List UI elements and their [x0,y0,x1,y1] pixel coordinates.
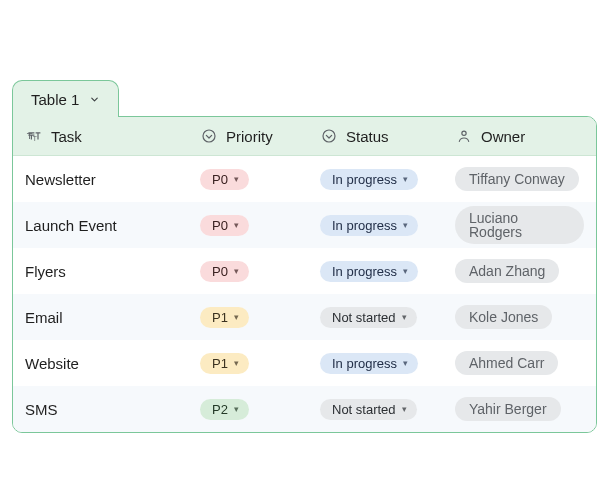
cell-priority: P0▾ [188,169,308,190]
task-text: Newsletter [25,171,96,188]
person-icon [455,127,473,145]
caret-down-icon: ▾ [234,405,243,414]
table-row[interactable]: EmailP1▾Not started▾Kole Jones [13,294,596,340]
cell-task[interactable]: Flyers [13,263,188,280]
cell-task[interactable]: Launch Event [13,217,188,234]
caret-down-icon: ▾ [234,359,243,368]
cell-status: In progress▾ [308,169,443,190]
task-text: SMS [25,401,58,418]
cell-owner: Luciano Rodgers [443,206,596,244]
svg-point-3 [323,130,335,142]
status-pill[interactable]: Not started▾ [320,307,417,328]
priority-pill[interactable]: P0▾ [200,261,249,282]
caret-down-icon: ▾ [403,175,412,184]
cell-priority: P2▾ [188,399,308,420]
caret-down-icon: ▾ [234,175,243,184]
cell-owner: Yahir Berger [443,397,596,421]
table-row[interactable]: NewsletterP0▾In progress▾Tiffany Conway [13,156,596,202]
table-row[interactable]: SMSP2▾Not started▾Yahir Berger [13,386,596,432]
status-pill-label: Not started [332,311,396,324]
priority-pill-label: P0 [212,173,228,186]
dropdown-circle-icon [200,127,218,145]
status-pill[interactable]: Not started▾ [320,399,417,420]
cell-priority: P0▾ [188,215,308,236]
status-pill-label: In progress [332,357,397,370]
cell-priority: P1▾ [188,307,308,328]
priority-pill-label: P2 [212,403,228,416]
table-row[interactable]: WebsiteP1▾In progress▾Ahmed Carr [13,340,596,386]
svg-text:T: T [27,131,33,141]
caret-down-icon: ▾ [402,313,411,322]
table-row[interactable]: Launch EventP0▾In progress▾Luciano Rodge… [13,202,596,248]
status-pill[interactable]: In progress▾ [320,353,418,374]
column-header-priority-label: Priority [226,128,273,145]
owner-chip[interactable]: Yahir Berger [455,397,561,421]
status-pill-label: In progress [332,219,397,232]
column-header-owner-label: Owner [481,128,525,145]
svg-point-2 [203,130,215,142]
caret-down-icon: ▾ [234,313,243,322]
priority-pill[interactable]: P2▾ [200,399,249,420]
dropdown-circle-icon [320,127,338,145]
table-row[interactable]: FlyersP0▾In progress▾Adan Zhang [13,248,596,294]
status-pill-label: Not started [332,403,396,416]
priority-pill-label: P0 [212,265,228,278]
column-header-task[interactable]: TT Task [13,117,188,155]
cell-status: Not started▾ [308,399,443,420]
svg-text:T: T [33,135,37,142]
task-text: Email [25,309,63,326]
cell-owner: Ahmed Carr [443,351,596,375]
cell-status: Not started▾ [308,307,443,328]
column-header-task-label: Task [51,128,82,145]
table-tab-label: Table 1 [31,91,79,108]
task-text: Launch Event [25,217,117,234]
cell-task[interactable]: SMS [13,401,188,418]
cell-owner: Adan Zhang [443,259,596,283]
priority-pill[interactable]: P1▾ [200,353,249,374]
table-tab[interactable]: Table 1 [12,80,119,117]
owner-chip[interactable]: Adan Zhang [455,259,559,283]
cell-task[interactable]: Email [13,309,188,326]
owner-chip[interactable]: Ahmed Carr [455,351,558,375]
column-header-owner[interactable]: Owner [443,117,596,155]
cell-task[interactable]: Newsletter [13,171,188,188]
priority-pill[interactable]: P0▾ [200,215,249,236]
status-pill-label: In progress [332,173,397,186]
caret-down-icon: ▾ [403,221,412,230]
cell-owner: Tiffany Conway [443,167,596,191]
status-pill[interactable]: In progress▾ [320,215,418,236]
task-text: Website [25,355,79,372]
caret-down-icon: ▾ [234,221,243,230]
task-text: Flyers [25,263,66,280]
priority-pill-label: P1 [212,357,228,370]
caret-down-icon: ▾ [402,405,411,414]
chevron-down-icon [89,94,100,105]
caret-down-icon: ▾ [234,267,243,276]
caret-down-icon: ▾ [403,359,412,368]
cell-owner: Kole Jones [443,305,596,329]
priority-pill-label: P1 [212,311,228,324]
cell-task[interactable]: Website [13,355,188,372]
cell-priority: P0▾ [188,261,308,282]
owner-chip[interactable]: Kole Jones [455,305,552,329]
data-table: TT Task Priority Status Owner [12,116,597,433]
text-type-icon: TT [25,127,43,145]
priority-pill[interactable]: P1▾ [200,307,249,328]
cell-status: In progress▾ [308,215,443,236]
status-pill-label: In progress [332,265,397,278]
cell-status: In progress▾ [308,353,443,374]
cell-status: In progress▾ [308,261,443,282]
column-header-priority[interactable]: Priority [188,117,308,155]
cell-priority: P1▾ [188,353,308,374]
status-pill[interactable]: In progress▾ [320,169,418,190]
svg-point-4 [462,131,466,135]
table-header-row: TT Task Priority Status Owner [13,117,596,156]
column-header-status[interactable]: Status [308,117,443,155]
owner-chip[interactable]: Tiffany Conway [455,167,579,191]
column-header-status-label: Status [346,128,389,145]
caret-down-icon: ▾ [403,267,412,276]
priority-pill[interactable]: P0▾ [200,169,249,190]
status-pill[interactable]: In progress▾ [320,261,418,282]
priority-pill-label: P0 [212,219,228,232]
owner-chip[interactable]: Luciano Rodgers [455,206,584,244]
